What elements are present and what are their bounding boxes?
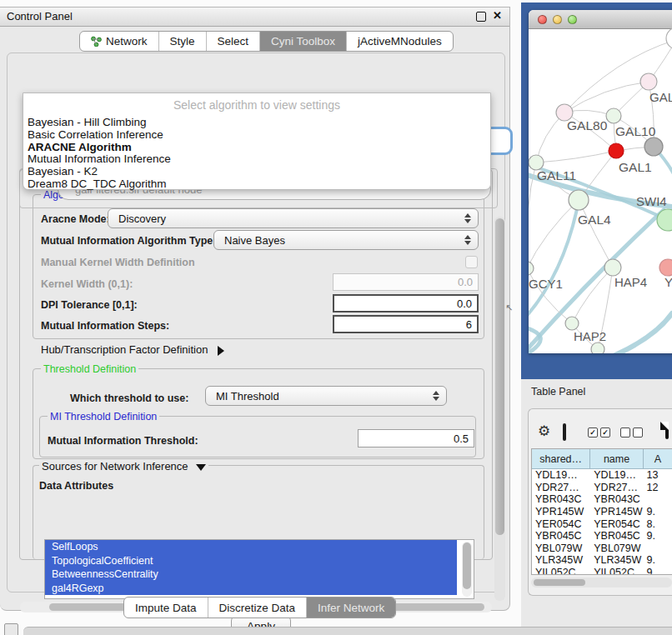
algorithm-option[interactable]: Mutual Information Inference: [23, 153, 490, 166]
table-row[interactable]: YLR345WYLR345W9.: [532, 554, 672, 567]
control-panel-tabbar: Network Style Select Cyni Toolbox jActiv…: [79, 31, 454, 52]
hub-section-toggle[interactable]: Hub/Transcription Factor Definition: [41, 343, 224, 356]
table-row[interactable]: YBR045CYBR045C9.: [532, 530, 672, 542]
table-row[interactable]: YDL19…YDL19…13: [532, 469, 672, 482]
sources-toggle[interactable]: Sources for Network Inference: [39, 460, 208, 472]
node-gray[interactable]: [644, 138, 663, 156]
attribute-list-item[interactable]: BetweennessCentrality: [45, 568, 457, 582]
attributes-scrollbar[interactable]: [462, 542, 472, 597]
mi-steps-field[interactable]: 6: [333, 315, 479, 333]
table-row[interactable]: YBR043CYBR043C: [532, 493, 672, 506]
threshold-definition-title: Threshold Definition: [41, 363, 138, 375]
table-body: YDL19…YDL19…13YDR27…YDR27…12YBR043CYBR04…: [532, 469, 672, 574]
attribute-list-item[interactable]: gal4RGexp: [45, 582, 457, 596]
tab-network[interactable]: Network: [80, 32, 159, 51]
close-icon[interactable]: ✕: [493, 9, 502, 22]
algorithm-option[interactable]: Basic Correlation Inference: [23, 129, 490, 142]
which-threshold-combo[interactable]: MI Threshold: [205, 386, 447, 406]
network-edge[interactable]: [579, 200, 613, 268]
aracne-mode-combo[interactable]: Discovery: [108, 208, 479, 228]
node-table: shared…nameA YDL19…YDL19…13YDR27…YDR27…1…: [531, 448, 672, 575]
column-header[interactable]: name: [590, 449, 643, 468]
mi-type-combo[interactable]: Naive Bayes: [213, 230, 479, 250]
manual-kernel-label: Manual Kernel Width Definition: [41, 257, 195, 268]
which-threshold-value: MI Threshold: [216, 390, 279, 402]
node-hap2[interactable]: [565, 317, 579, 330]
node-gal2[interactable]: [640, 73, 657, 90]
dpi-tolerance-field[interactable]: 0.0: [333, 294, 479, 312]
network-window-titlebar[interactable]: [529, 10, 672, 29]
manual-kernel-checkbox[interactable]: [465, 256, 478, 268]
kernel-width-field[interactable]: 0.0: [333, 273, 479, 291]
node-salmon[interactable]: [659, 259, 672, 276]
checked-checkbox-icon[interactable]: ✓: [588, 428, 598, 438]
table-cell: YIL052C: [590, 567, 643, 574]
tab-select[interactable]: Select: [207, 32, 261, 51]
node-hap4[interactable]: [604, 259, 621, 276]
minimize-traffic-light-icon[interactable]: [553, 15, 562, 24]
mi-steps-label: Mutual Information Steps:: [41, 320, 169, 332]
attributes-scrollbar-thumb[interactable]: [463, 542, 471, 589]
checked-checkbox-icon[interactable]: ✓: [600, 428, 610, 438]
page-icon[interactable]: [665, 422, 669, 439]
network-edge[interactable]: [564, 82, 649, 112]
dock-panel-icon[interactable]: [4, 623, 18, 635]
table-row[interactable]: YER054CYER054C8.: [532, 518, 672, 530]
table-cell: YLR345W: [532, 554, 590, 566]
algorithm-option[interactable]: Bayesian - K2: [23, 166, 490, 178]
gear-icon[interactable]: ⚙: [538, 422, 550, 440]
network-edge[interactable]: [536, 151, 616, 162]
attribute-list-item[interactable]: TopologicalCoefficient: [45, 554, 457, 568]
algorithm-option[interactable]: Bayesian - Hill Climbing: [23, 117, 490, 129]
node-label: HAP4: [614, 275, 647, 289]
node-gal10[interactable]: [606, 108, 621, 123]
node-gcy1[interactable]: [529, 262, 534, 275]
table-row[interactable]: YDR27…YDR27…12: [532, 482, 672, 494]
algorithm-option[interactable]: Dream8 DC_TDC Algorithm: [23, 178, 490, 191]
table-row[interactable]: YPR145WYPR145W9.: [532, 506, 672, 518]
column-header[interactable]: A: [644, 449, 672, 468]
node-gal4[interactable]: [569, 190, 589, 210]
tab-jactivemnodules[interactable]: jActiveMNodules: [347, 32, 453, 51]
table-cell: 9.: [644, 506, 672, 518]
algorithm-dropdown-list: Bayesian - Hill ClimbingBasic Correlatio…: [23, 117, 490, 191]
node-top[interactable]: [666, 28, 672, 49]
network-edge[interactable]: [529, 201, 579, 327]
network-canvas[interactable]: GAL2GAL80GAL10GAL1GAL11SWI4GAL4GCY1HAP4Y…: [529, 28, 672, 353]
column-header[interactable]: shared…: [532, 449, 590, 468]
tab-cyni-toolbox[interactable]: Cyni Toolbox: [260, 32, 347, 51]
stepper-icon: [464, 235, 471, 245]
unchecked-checkbox-icon[interactable]: [620, 428, 630, 438]
table-cell: YDR27…: [532, 482, 590, 493]
control-panel-titlebar[interactable]: Control Panel ✕: [0, 8, 509, 27]
table-cell: YBR043C: [532, 493, 590, 505]
float-window-icon[interactable]: [476, 12, 486, 22]
table-cell: YDL19…: [590, 469, 643, 481]
tab-discretize-data[interactable]: Discretize Data: [208, 598, 308, 618]
table-row[interactable]: YBL079WYBL079W: [532, 542, 672, 555]
close-traffic-light-icon[interactable]: [538, 15, 547, 24]
zoom-traffic-light-icon[interactable]: [568, 15, 577, 24]
settings-vertical-scrollbar-thumb[interactable]: [495, 218, 504, 535]
algorithm-option[interactable]: ARACNE Algorithm: [23, 142, 490, 154]
node-red[interactable]: [609, 143, 624, 158]
table-cell: YIL052C: [532, 567, 590, 574]
node-bottom[interactable]: [591, 342, 604, 353]
tab-impute-data[interactable]: Impute Data: [124, 598, 208, 618]
dpi-tolerance-label: DPI Tolerance [0,1]:: [41, 299, 138, 311]
mi-type-value: Naive Bayes: [224, 234, 285, 247]
table-cell: 13: [644, 469, 672, 481]
node-label: GAL4: [578, 212, 611, 227]
columns-icon[interactable]: [563, 423, 566, 441]
node-label: GCY1: [529, 277, 563, 291]
tab-infer-network[interactable]: Infer Network: [307, 598, 395, 618]
network-edge[interactable]: [615, 313, 672, 353]
unchecked-checkbox-icon[interactable]: [633, 428, 643, 438]
mi-threshold-field[interactable]: 0.5: [358, 429, 474, 448]
data-attributes-list[interactable]: SelfLoopsTopologicalCoefficientBetweenne…: [44, 539, 474, 599]
attribute-list-item[interactable]: SelfLoops: [45, 540, 457, 554]
table-row[interactable]: YIL052CYIL052C9.: [532, 567, 672, 574]
tab-style[interactable]: Style: [159, 32, 207, 51]
node-label: GAL11: [537, 168, 576, 182]
table-horizontal-scrollbar-thumb[interactable]: [534, 579, 585, 586]
